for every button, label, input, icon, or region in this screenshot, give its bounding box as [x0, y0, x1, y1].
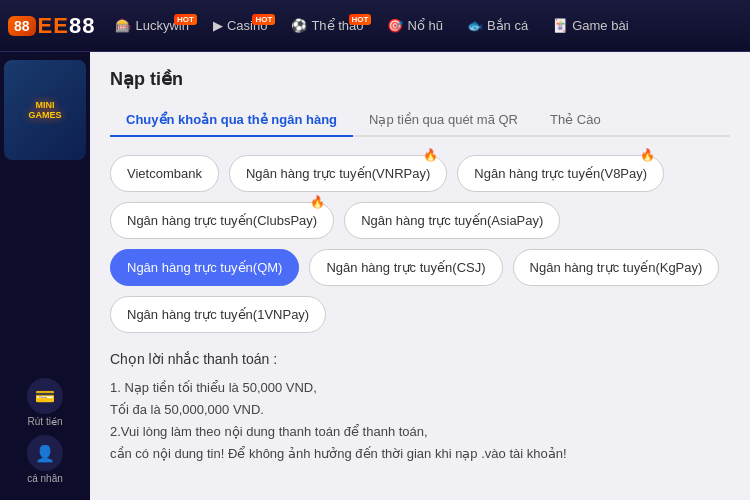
info-line-3: 2.Vui lòng làm theo nội dung thanh toán … — [110, 421, 730, 443]
left-sidebar: MINIGAMES 💳 Rút tiền 👤 cá nhân — [0, 52, 90, 500]
sidebar-profile-btn[interactable]: 👤 cá nhân — [27, 435, 63, 484]
asiapay-label: Ngân hàng trực tuyến(AsiaPay) — [361, 213, 543, 228]
payment-btn-qmpay[interactable]: Ngân hàng trực tuyến(QM) — [110, 249, 299, 286]
nav-label-gamedai: Game bài — [572, 18, 628, 33]
payment-btn-1vnpay[interactable]: Ngân hàng trực tuyến(1VNPay) — [110, 296, 326, 333]
logo: 88 EE88 — [8, 13, 95, 39]
info-line-4: cần có nội dung tin! Để không ảnh hưởng … — [110, 443, 730, 465]
payment-btn-asiapay[interactable]: Ngân hàng trực tuyến(AsiaPay) — [344, 202, 560, 239]
vietcombank-label: Vietcombank — [127, 166, 202, 181]
v8pay-label: Ngân hàng trực tuyến(V8Pay) — [474, 166, 647, 181]
vnrpay-label: Ngân hàng trực tuyến(VNRPay) — [246, 166, 430, 181]
info-line-2: Tối đa là 50,000,000 VND. — [110, 399, 730, 421]
nav-item-banca[interactable]: 🐟 Bắn cá — [457, 12, 538, 39]
mini-games-label: MINIGAMES — [28, 100, 61, 120]
logo-badge: 88 — [8, 16, 36, 36]
csj-label: Ngân hàng trực tuyến(CSJ) — [326, 260, 485, 275]
withdraw-icon: 💳 — [27, 378, 63, 414]
clubspay-label: Ngân hàng trực tuyến(ClubsPay) — [127, 213, 317, 228]
nav-label-banca: Bắn cá — [487, 18, 528, 33]
profile-icon: 👤 — [27, 435, 63, 471]
info-line-1: 1. Nạp tiền tối thiểu là 50,000 VND, — [110, 377, 730, 399]
payment-btn-csj[interactable]: Ngân hàng trực tuyến(CSJ) — [309, 249, 502, 286]
nav-label-nohu: Nổ hũ — [407, 18, 442, 33]
payment-btn-vnrpay[interactable]: Ngân hàng trực tuyến(VNRPay) 🔥 — [229, 155, 447, 192]
casino-icon: ▶ — [213, 18, 223, 33]
withdraw-label: Rút tiền — [28, 416, 63, 427]
nav-item-nohu[interactable]: 🎯 Nổ hũ — [377, 12, 452, 39]
payment-btn-kgpay[interactable]: Ngân hàng trực tuyến(KgPay) — [513, 249, 720, 286]
nav-items: 🎰 Luckywin HOT ▶ Casino HOT ⚽ Thể thao H… — [105, 12, 742, 39]
sidebar-bottom: 💳 Rút tiền 👤 cá nhân — [27, 378, 63, 500]
info-label: Chọn lời nhắc thanh toán : — [110, 351, 730, 367]
logo-text: EE88 — [38, 13, 96, 39]
nav-item-casino[interactable]: ▶ Casino HOT — [203, 12, 277, 39]
banca-icon: 🐟 — [467, 18, 483, 33]
main-content: Nạp tiền Chuyển khoản qua thẻ ngân hàng … — [90, 52, 750, 500]
payment-btn-clubspay[interactable]: Ngân hàng trực tuyến(ClubsPay) 🔥 — [110, 202, 334, 239]
payment-tabs: Chuyển khoản qua thẻ ngân hàng Nạp tiền … — [110, 104, 730, 137]
qmpay-label: Ngân hàng trực tuyến(QM) — [127, 260, 282, 275]
info-text: 1. Nạp tiền tối thiểu là 50,000 VND, Tối… — [110, 377, 730, 465]
gamedai-icon: 🃏 — [552, 18, 568, 33]
sidebar-withdraw-btn[interactable]: 💳 Rút tiền — [27, 378, 63, 427]
sidebar-banner: MINIGAMES — [4, 60, 86, 160]
tab-qr[interactable]: Nạp tiền qua quét mã QR — [353, 104, 534, 137]
tab-the-cao[interactable]: Thẻ Cào — [534, 104, 617, 137]
hot-badge-thethao: HOT — [349, 14, 372, 25]
tab-bank-transfer[interactable]: Chuyển khoản qua thẻ ngân hàng — [110, 104, 353, 137]
payment-btn-v8pay[interactable]: Ngân hàng trực tuyến(V8Pay) 🔥 — [457, 155, 664, 192]
nohu-icon: 🎯 — [387, 18, 403, 33]
payment-methods-grid: Vietcombank Ngân hàng trực tuyến(VNRPay)… — [110, 155, 730, 333]
hot-badge-luckywin: HOT — [174, 14, 197, 25]
hot-fire-v8pay: 🔥 — [640, 148, 655, 162]
luckywin-icon: 🎰 — [115, 18, 131, 33]
top-navigation: 88 EE88 🎰 Luckywin HOT ▶ Casino HOT ⚽ Th… — [0, 0, 750, 52]
nav-item-luckywin[interactable]: 🎰 Luckywin HOT — [105, 12, 198, 39]
kgpay-label: Ngân hàng trực tuyến(KgPay) — [530, 260, 703, 275]
1vnpay-label: Ngân hàng trực tuyến(1VNPay) — [127, 307, 309, 322]
payment-btn-vietcombank[interactable]: Vietcombank — [110, 155, 219, 192]
hot-fire-vnrpay: 🔥 — [423, 148, 438, 162]
profile-label: cá nhân — [27, 473, 63, 484]
hot-fire-clubspay: 🔥 — [310, 195, 325, 209]
page-title: Nạp tiền — [110, 68, 730, 90]
nav-item-gamedai[interactable]: 🃏 Game bài — [542, 12, 638, 39]
nav-item-thethao[interactable]: ⚽ Thể thao HOT — [281, 12, 373, 39]
hot-badge-casino: HOT — [252, 14, 275, 25]
thethao-icon: ⚽ — [291, 18, 307, 33]
